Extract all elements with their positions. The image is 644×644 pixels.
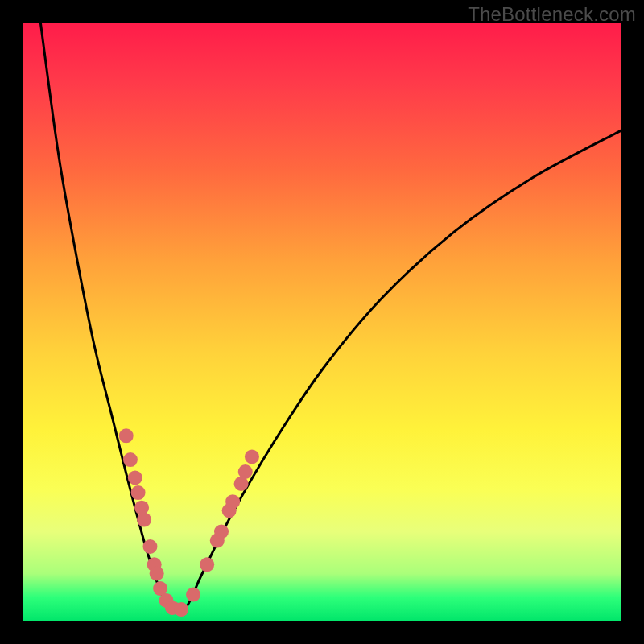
curve-marker	[134, 501, 149, 515]
curve-markers	[119, 428, 259, 617]
watermark-text: TheBottleneck.com	[468, 3, 636, 26]
plot-area	[23, 23, 621, 621]
curve-marker	[119, 428, 134, 443]
bottleneck-curve	[40, 23, 621, 612]
curve-marker	[225, 494, 240, 509]
curve-marker	[123, 452, 138, 467]
curve-marker	[200, 557, 214, 572]
curve-marker	[142, 539, 157, 554]
curve-marker	[174, 602, 188, 617]
curve-marker	[131, 485, 146, 500]
bottleneck-curve-path	[40, 23, 621, 612]
curve-marker	[137, 513, 151, 527]
curve-marker	[128, 470, 142, 485]
curve-layer	[23, 23, 621, 621]
curve-marker	[245, 449, 259, 464]
chart-frame: TheBottleneck.com	[0, 0, 644, 644]
curve-marker	[214, 524, 229, 539]
curve-marker	[186, 588, 200, 602]
curve-marker	[150, 566, 164, 580]
curve-marker	[238, 464, 253, 479]
